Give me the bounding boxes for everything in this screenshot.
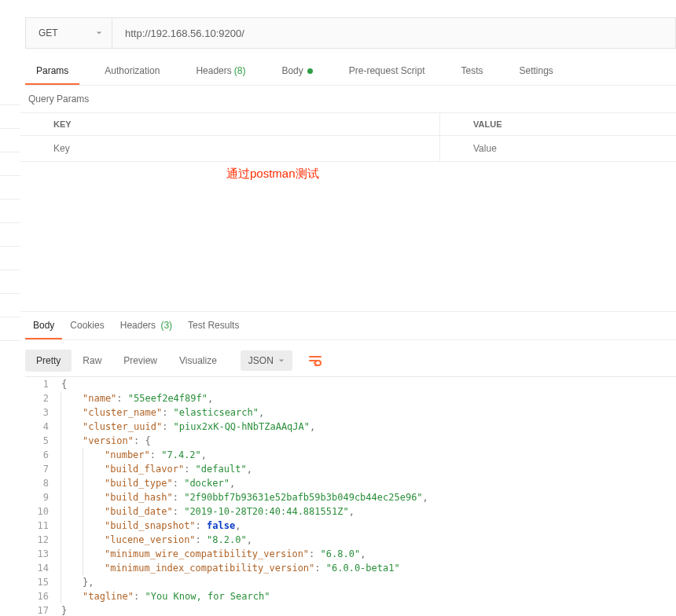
view-mode-pretty[interactable]: Pretty xyxy=(25,350,72,372)
tab-auth[interactable]: Authorization xyxy=(94,60,171,85)
status-dot-icon xyxy=(307,68,313,74)
left-gutter xyxy=(0,0,20,616)
line-number: 11 xyxy=(25,519,57,533)
line-number: 12 xyxy=(25,533,57,547)
code-content: }, xyxy=(57,575,94,589)
query-param-value-input[interactable] xyxy=(440,136,676,161)
line-number: 16 xyxy=(25,589,57,603)
code-content: "number": "7.4.2", xyxy=(57,448,207,462)
line-number: 1 xyxy=(25,377,57,391)
code-content: "build_snapshot": false, xyxy=(57,519,241,533)
tab-count: (3) xyxy=(158,320,172,331)
line-number: 10 xyxy=(25,504,57,519)
code-line: 13"minimum_wire_compatibility_version": … xyxy=(25,547,676,561)
code-content: "cluster_uuid": "piux2xK-QQ-hNbTZaAAqJA"… xyxy=(57,420,315,434)
view-mode-visualize[interactable]: Visualize xyxy=(168,350,228,372)
format-select[interactable]: JSON xyxy=(241,350,292,371)
code-content: "build_date": "2019-10-28T20:40:44.88155… xyxy=(57,504,355,519)
line-number: 5 xyxy=(25,434,57,448)
tab-headers[interactable]: Headers (8) xyxy=(185,60,256,85)
query-params-title: Query Params xyxy=(20,86,676,112)
view-mode-raw[interactable]: Raw xyxy=(72,350,112,372)
code-line: 11"build_snapshot": false, xyxy=(25,519,676,533)
annotation-text: 通过postman测试 xyxy=(226,167,676,182)
tab-label: Headers xyxy=(196,65,231,76)
code-line: 12"lucene_version": "8.2.0", xyxy=(25,533,676,547)
request-url-input[interactable] xyxy=(112,18,675,48)
wrap-icon xyxy=(308,354,322,367)
code-content: { xyxy=(57,377,67,391)
tab-prereq[interactable]: Pre-request Script xyxy=(338,60,436,85)
request-tabs: ParamsAuthorizationHeaders (8)BodyPre-re… xyxy=(25,60,676,86)
tab-label: Test Results xyxy=(188,320,239,331)
code-content: "build_type": "docker", xyxy=(57,476,235,490)
line-number: 9 xyxy=(25,490,57,504)
code-content: "cluster_name": "elasticsearch", xyxy=(57,405,264,420)
code-content: "minimum_index_compatibility_version": "… xyxy=(57,561,400,575)
code-line: 16"tagline": "You Know, for Search" xyxy=(25,589,676,603)
query-params-value-header: VALUE xyxy=(440,113,676,135)
code-line: 17} xyxy=(25,603,676,616)
response-panel: BodyCookiesHeaders (3)Test Results Prett… xyxy=(20,311,676,616)
tab-label: Params xyxy=(36,65,68,76)
format-label: JSON xyxy=(248,355,274,366)
tab-label: Authorization xyxy=(105,65,160,76)
response-view-bar: PrettyRawPreviewVisualize JSON xyxy=(25,350,676,372)
code-content: "version": { xyxy=(57,434,151,448)
tab-label: Settings xyxy=(520,65,553,76)
code-content: "lucene_version": "8.2.0", xyxy=(57,533,252,547)
view-mode-preview[interactable]: Preview xyxy=(112,350,168,372)
code-line: 3"cluster_name": "elasticsearch", xyxy=(25,405,676,420)
resp-tab-body[interactable]: Body xyxy=(25,312,62,339)
wrap-lines-button[interactable] xyxy=(303,350,327,372)
http-method-select[interactable]: GET xyxy=(26,18,112,48)
line-number: 14 xyxy=(25,561,57,575)
code-line: 9"build_hash": "2f90bbf7b93631e52bafb59b… xyxy=(25,490,676,504)
query-params-input-row xyxy=(20,136,676,162)
code-content: "minimum_wire_compatibility_version": "6… xyxy=(57,547,366,561)
line-number: 8 xyxy=(25,476,57,490)
line-number: 6 xyxy=(25,448,57,462)
tab-label: Body xyxy=(281,65,303,76)
tab-label: Headers xyxy=(120,320,156,331)
chevron-down-icon xyxy=(96,30,102,36)
tab-count: (8) xyxy=(234,65,246,76)
line-number: 17 xyxy=(25,603,57,616)
code-line: 2"name": "55eef2e4f89f", xyxy=(25,391,676,405)
query-params-header-row: KEY VALUE xyxy=(20,112,676,136)
code-content: } xyxy=(57,603,67,616)
resp-tab-headers[interactable]: Headers (3) xyxy=(112,312,180,339)
line-number: 7 xyxy=(25,462,57,476)
code-content: "build_hash": "2f90bbf7b93631e52bafb59b3… xyxy=(57,490,428,504)
response-code-viewer[interactable]: 1{2"name": "55eef2e4f89f",3"cluster_name… xyxy=(25,376,676,616)
code-line: 14"minimum_index_compatibility_version":… xyxy=(25,561,676,575)
response-tabs: BodyCookiesHeaders (3)Test Results xyxy=(25,312,676,340)
code-line: 8"build_type": "docker", xyxy=(25,476,676,490)
code-line: 7"build_flavor": "default", xyxy=(25,462,676,476)
tab-params[interactable]: Params xyxy=(25,60,79,85)
query-params-key-header: KEY xyxy=(20,113,440,135)
resp-tab-testresults[interactable]: Test Results xyxy=(180,312,247,339)
http-method-label: GET xyxy=(39,28,58,38)
line-number: 4 xyxy=(25,420,57,434)
view-mode-group: PrettyRawPreviewVisualize xyxy=(25,350,228,372)
line-number: 13 xyxy=(25,547,57,561)
line-number: 15 xyxy=(25,575,57,589)
tab-body[interactable]: Body xyxy=(270,60,323,85)
code-content: "build_flavor": "default", xyxy=(57,462,252,476)
tab-label: Cookies xyxy=(70,320,104,331)
code-content: "tagline": "You Know, for Search" xyxy=(57,589,270,603)
tab-settings[interactable]: Settings xyxy=(509,60,564,85)
line-number: 2 xyxy=(25,391,57,405)
resp-tab-cookies[interactable]: Cookies xyxy=(62,312,112,339)
tab-label: Tests xyxy=(461,65,483,76)
tab-label: Body xyxy=(33,320,54,331)
request-url-bar: GET xyxy=(25,17,676,49)
code-line: 6"number": "7.4.2", xyxy=(25,448,676,462)
query-param-key-input[interactable] xyxy=(20,136,440,161)
code-content: "name": "55eef2e4f89f", xyxy=(57,391,213,405)
tab-label: Pre-request Script xyxy=(349,65,425,76)
tab-tests[interactable]: Tests xyxy=(450,60,494,85)
code-line: 15}, xyxy=(25,575,676,589)
chevron-down-icon xyxy=(278,358,285,364)
